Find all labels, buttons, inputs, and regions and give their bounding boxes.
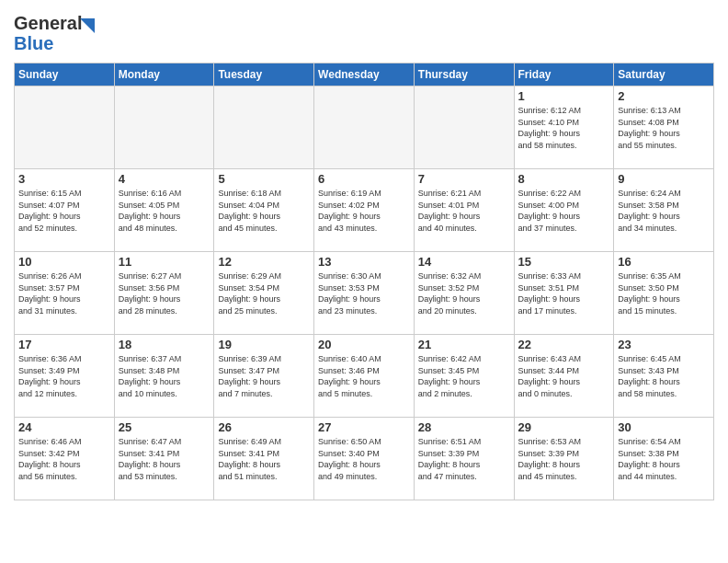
calendar-cell: 19Sunrise: 6:39 AM Sunset: 3:47 PM Dayli… — [214, 335, 314, 418]
day-info: Sunrise: 6:35 AM Sunset: 3:50 PM Dayligh… — [618, 270, 710, 316]
day-info: Sunrise: 6:15 AM Sunset: 4:07 PM Dayligh… — [18, 188, 110, 234]
day-info: Sunrise: 6:40 AM Sunset: 3:46 PM Dayligh… — [318, 353, 410, 399]
day-number: 27 — [318, 420, 410, 434]
calendar-cell: 5Sunrise: 6:18 AM Sunset: 4:04 PM Daylig… — [214, 169, 314, 252]
calendar-cell: 22Sunrise: 6:43 AM Sunset: 3:44 PM Dayli… — [514, 335, 614, 418]
day-number: 17 — [18, 338, 110, 351]
day-number: 20 — [318, 338, 410, 351]
day-info: Sunrise: 6:22 AM Sunset: 4:00 PM Dayligh… — [518, 188, 610, 234]
calendar-cell: 20Sunrise: 6:40 AM Sunset: 3:46 PM Dayli… — [314, 335, 415, 418]
calendar-cell: 28Sunrise: 6:51 AM Sunset: 3:39 PM Dayli… — [414, 418, 514, 500]
day-number: 15 — [518, 255, 610, 269]
day-number: 4 — [119, 172, 210, 186]
calendar-cell: 24Sunrise: 6:46 AM Sunset: 3:42 PM Dayli… — [15, 418, 115, 500]
day-info: Sunrise: 6:45 AM Sunset: 3:43 PM Dayligh… — [618, 353, 710, 399]
calendar-cell — [314, 86, 415, 169]
day-info: Sunrise: 6:12 AM Sunset: 4:10 PM Dayligh… — [518, 105, 610, 151]
calendar-cell: 13Sunrise: 6:30 AM Sunset: 3:53 PM Dayli… — [314, 252, 415, 335]
day-number: 23 — [618, 338, 710, 351]
day-number: 3 — [18, 172, 110, 186]
day-info: Sunrise: 6:32 AM Sunset: 3:52 PM Dayligh… — [418, 270, 510, 316]
calendar-cell — [15, 86, 115, 169]
calendar-header-monday: Monday — [114, 63, 214, 86]
calendar-cell: 3Sunrise: 6:15 AM Sunset: 4:07 PM Daylig… — [15, 169, 115, 252]
calendar-cell: 10Sunrise: 6:26 AM Sunset: 3:57 PM Dayli… — [15, 252, 115, 335]
day-number: 29 — [518, 420, 610, 434]
day-info: Sunrise: 6:53 AM Sunset: 3:39 PM Dayligh… — [518, 436, 610, 482]
day-info: Sunrise: 6:37 AM Sunset: 3:48 PM Dayligh… — [119, 353, 210, 399]
calendar-week-4: 24Sunrise: 6:46 AM Sunset: 3:42 PM Dayli… — [15, 418, 714, 500]
calendar-header-saturday: Saturday — [614, 63, 714, 86]
day-number: 11 — [119, 255, 210, 269]
calendar-cell: 17Sunrise: 6:36 AM Sunset: 3:49 PM Dayli… — [15, 335, 115, 418]
calendar-cell: 9Sunrise: 6:24 AM Sunset: 3:58 PM Daylig… — [614, 169, 714, 252]
calendar-cell: 29Sunrise: 6:53 AM Sunset: 3:39 PM Dayli… — [514, 418, 614, 500]
day-info: Sunrise: 6:29 AM Sunset: 3:54 PM Dayligh… — [218, 270, 310, 316]
logo: GeneralBlue — [14, 9, 97, 55]
day-info: Sunrise: 6:16 AM Sunset: 4:05 PM Dayligh… — [119, 188, 210, 234]
logo-svg: GeneralBlue — [14, 9, 97, 55]
day-number: 9 — [618, 172, 710, 186]
day-info: Sunrise: 6:51 AM Sunset: 3:39 PM Dayligh… — [418, 436, 510, 482]
day-number: 10 — [18, 255, 110, 269]
day-info: Sunrise: 6:36 AM Sunset: 3:49 PM Dayligh… — [18, 353, 110, 399]
calendar-cell: 1Sunrise: 6:12 AM Sunset: 4:10 PM Daylig… — [514, 86, 614, 169]
calendar-cell: 26Sunrise: 6:49 AM Sunset: 3:41 PM Dayli… — [214, 418, 314, 500]
day-info: Sunrise: 6:24 AM Sunset: 3:58 PM Dayligh… — [618, 188, 710, 234]
day-info: Sunrise: 6:26 AM Sunset: 3:57 PM Dayligh… — [18, 270, 110, 316]
day-number: 8 — [518, 172, 610, 186]
day-number: 19 — [218, 338, 310, 351]
calendar-cell: 25Sunrise: 6:47 AM Sunset: 3:41 PM Dayli… — [114, 418, 214, 500]
day-number: 2 — [618, 89, 710, 103]
day-number: 5 — [218, 172, 310, 186]
svg-text:General: General — [14, 13, 82, 33]
calendar-cell: 27Sunrise: 6:50 AM Sunset: 3:40 PM Dayli… — [314, 418, 415, 500]
calendar-cell: 4Sunrise: 6:16 AM Sunset: 4:05 PM Daylig… — [114, 169, 214, 252]
day-number: 24 — [18, 420, 110, 434]
calendar-cell: 21Sunrise: 6:42 AM Sunset: 3:45 PM Dayli… — [414, 335, 514, 418]
calendar-cell: 30Sunrise: 6:54 AM Sunset: 3:38 PM Dayli… — [614, 418, 714, 500]
calendar-cell — [414, 86, 514, 169]
day-number: 14 — [418, 255, 510, 269]
calendar-cell: 14Sunrise: 6:32 AM Sunset: 3:52 PM Dayli… — [414, 252, 514, 335]
calendar-cell: 23Sunrise: 6:45 AM Sunset: 3:43 PM Dayli… — [614, 335, 714, 418]
calendar-header-row: SundayMondayTuesdayWednesdayThursdayFrid… — [15, 63, 714, 86]
calendar-cell: 15Sunrise: 6:33 AM Sunset: 3:51 PM Dayli… — [514, 252, 614, 335]
calendar-header-tuesday: Tuesday — [214, 63, 314, 86]
day-info: Sunrise: 6:19 AM Sunset: 4:02 PM Dayligh… — [318, 188, 410, 234]
day-info: Sunrise: 6:46 AM Sunset: 3:42 PM Dayligh… — [18, 436, 110, 482]
calendar-header-sunday: Sunday — [15, 63, 115, 86]
calendar-header-thursday: Thursday — [414, 63, 514, 86]
calendar-cell: 16Sunrise: 6:35 AM Sunset: 3:50 PM Dayli… — [614, 252, 714, 335]
page: GeneralBlue SundayMondayTuesdayWednesday… — [0, 0, 728, 514]
day-number: 16 — [618, 255, 710, 269]
day-info: Sunrise: 6:18 AM Sunset: 4:04 PM Dayligh… — [218, 188, 310, 234]
calendar-week-0: 1Sunrise: 6:12 AM Sunset: 4:10 PM Daylig… — [15, 86, 714, 169]
day-info: Sunrise: 6:39 AM Sunset: 3:47 PM Dayligh… — [218, 353, 310, 399]
calendar-cell: 7Sunrise: 6:21 AM Sunset: 4:01 PM Daylig… — [414, 169, 514, 252]
header: GeneralBlue — [14, 9, 714, 55]
calendar-week-1: 3Sunrise: 6:15 AM Sunset: 4:07 PM Daylig… — [15, 169, 714, 252]
calendar-week-2: 10Sunrise: 6:26 AM Sunset: 3:57 PM Dayli… — [15, 252, 714, 335]
day-info: Sunrise: 6:33 AM Sunset: 3:51 PM Dayligh… — [518, 270, 610, 316]
day-info: Sunrise: 6:43 AM Sunset: 3:44 PM Dayligh… — [518, 353, 610, 399]
day-number: 13 — [318, 255, 410, 269]
day-number: 28 — [418, 420, 510, 434]
day-info: Sunrise: 6:47 AM Sunset: 3:41 PM Dayligh… — [119, 436, 210, 482]
day-info: Sunrise: 6:30 AM Sunset: 3:53 PM Dayligh… — [318, 270, 410, 316]
day-number: 7 — [418, 172, 510, 186]
svg-text:Blue: Blue — [14, 33, 53, 53]
calendar-week-3: 17Sunrise: 6:36 AM Sunset: 3:49 PM Dayli… — [15, 335, 714, 418]
day-number: 12 — [218, 255, 310, 269]
day-number: 30 — [618, 420, 710, 434]
calendar-cell: 12Sunrise: 6:29 AM Sunset: 3:54 PM Dayli… — [214, 252, 314, 335]
day-info: Sunrise: 6:21 AM Sunset: 4:01 PM Dayligh… — [418, 188, 510, 234]
day-number: 25 — [119, 420, 210, 434]
day-info: Sunrise: 6:42 AM Sunset: 3:45 PM Dayligh… — [418, 353, 510, 399]
calendar-cell — [214, 86, 314, 169]
calendar-cell — [114, 86, 214, 169]
day-info: Sunrise: 6:50 AM Sunset: 3:40 PM Dayligh… — [318, 436, 410, 482]
day-number: 6 — [318, 172, 410, 186]
calendar-cell: 6Sunrise: 6:19 AM Sunset: 4:02 PM Daylig… — [314, 169, 415, 252]
day-number: 26 — [218, 420, 310, 434]
